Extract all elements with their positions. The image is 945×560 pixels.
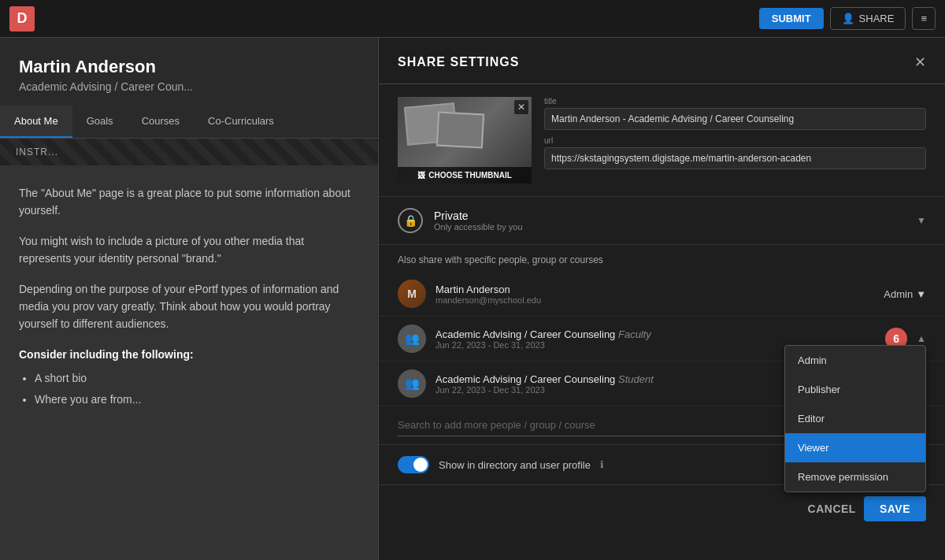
privacy-section: 🔒 Private Only accessible by you ▼ <box>379 197 945 245</box>
avatar-martin: M <box>398 280 426 308</box>
cancel-button[interactable]: CANCEL <box>808 503 856 515</box>
instr-banner: INSTR... <box>0 139 378 165</box>
content-p1: The "About Me" page is a great place to … <box>19 184 359 220</box>
navbar-left: D <box>9 6 35 32</box>
lock-icon: 🔒 <box>398 208 423 233</box>
left-panel: Martin Anderson Academic Advising / Care… <box>0 38 378 560</box>
dropdown-item-admin[interactable]: Admin <box>785 346 925 375</box>
thumbnail-close-button[interactable]: ✕ <box>514 100 528 114</box>
profile-header: Martin Anderson Academic Advising / Care… <box>0 38 378 106</box>
title-input[interactable] <box>544 108 926 130</box>
tabs-bar: About Me Goals Courses Co-Curriculars <box>0 106 378 139</box>
person-name-martin: Martin Anderson <box>435 284 874 295</box>
role-dropdown-martin[interactable]: Admin ▼ <box>884 288 926 300</box>
privacy-dropdown-arrow[interactable]: ▼ <box>917 215 926 226</box>
dropdown-item-editor[interactable]: Editor <box>785 404 925 433</box>
save-button[interactable]: SAVE <box>864 496 926 521</box>
tab-goals[interactable]: Goals <box>72 106 128 138</box>
role-dropdown-faculty[interactable]: ▲ <box>917 333 926 344</box>
menu-button[interactable]: ≡ <box>912 7 936 30</box>
profile-name: Martin Anderson <box>19 57 359 77</box>
privacy-name: Private <box>434 210 906 222</box>
list-item: A short bio <box>35 369 359 387</box>
submit-button[interactable]: SUBMIT <box>759 8 824 29</box>
thumbnail-box: ✕ 🖼 CHOOSE THUMBNAIL <box>398 97 532 184</box>
title-label: title <box>544 97 926 106</box>
privacy-info: Private Only accessible by you <box>434 210 906 232</box>
person-email-martin: manderson@myschool.edu <box>435 295 874 305</box>
choose-thumbnail-button[interactable]: 🖼 CHOOSE THUMBNAIL <box>398 167 532 184</box>
content-heading: Consider including the following: <box>19 346 359 363</box>
content-list: A short bio Where you are from... <box>19 369 359 408</box>
dropdown-item-remove[interactable]: Remove permission <box>785 462 925 491</box>
privacy-description: Only accessible by you <box>434 222 906 232</box>
navbar-right: SUBMIT 👤 SHARE ≡ <box>759 7 936 30</box>
url-label: URL <box>544 136 926 145</box>
modal-footer: CANCEL SAVE <box>379 485 945 532</box>
thumbnail-section: ✕ 🖼 CHOOSE THUMBNAIL title URL <box>379 84 945 197</box>
content-p3: Depending on the purpose of your ePortf … <box>19 280 359 333</box>
dropdown-item-viewer[interactable]: Viewer <box>785 433 925 462</box>
navbar: D SUBMIT 👤 SHARE ≡ <box>0 0 945 38</box>
app-logo[interactable]: D <box>9 6 35 32</box>
directory-toggle[interactable] <box>398 456 429 473</box>
info-icon[interactable]: ℹ <box>600 459 604 470</box>
image-icon: 🖼 <box>417 171 425 180</box>
avatar-group-faculty: 👥 <box>398 325 426 353</box>
avatar-image: M <box>398 280 426 308</box>
tab-courses[interactable]: Courses <box>128 106 194 138</box>
close-button[interactable]: ✕ <box>914 54 926 71</box>
toggle-label: Show in directory and user profile <box>439 459 591 471</box>
person-row-martin: M Martin Anderson manderson@myschool.edu… <box>379 272 945 317</box>
chevron-down-icon: ▼ <box>916 288 926 300</box>
meta-fields: title URL <box>544 97 926 184</box>
profile-subtitle: Academic Advising / Career Coun... <box>19 80 359 93</box>
person-icon: 👤 <box>842 13 854 24</box>
share-button[interactable]: 👤 SHARE <box>830 7 906 30</box>
list-item: Where you are from... <box>35 391 359 408</box>
person-info-martin: Martin Anderson manderson@myschool.edu <box>435 284 874 305</box>
share-settings-title: SHARE SETTINGS <box>398 55 519 69</box>
share-with-label: Also share with specific people, group o… <box>379 245 945 272</box>
tab-about-me[interactable]: About Me <box>0 106 72 138</box>
url-field: URL <box>544 136 926 169</box>
share-header: SHARE SETTINGS ✕ <box>379 38 945 84</box>
content-p2: You might wish to include a picture of y… <box>19 232 359 268</box>
share-settings-panel: SHARE SETTINGS ✕ ✕ 🖼 CHOOSE THUMBNAIL ti… <box>378 38 945 560</box>
role-dropdown-menu: Admin Publisher Editor Viewer Remove per… <box>784 345 926 492</box>
person-name-faculty: Academic Advising / Career Counseling Fa… <box>435 328 876 340</box>
avatar-group-student: 👥 <box>398 369 426 398</box>
content-area: The "About Me" page is a great place to … <box>0 165 378 430</box>
dropdown-item-publisher[interactable]: Publisher <box>785 375 925 404</box>
url-input[interactable] <box>544 147 926 169</box>
title-field: title <box>544 97 926 130</box>
tab-co-curriculars[interactable]: Co-Curriculars <box>194 106 288 138</box>
